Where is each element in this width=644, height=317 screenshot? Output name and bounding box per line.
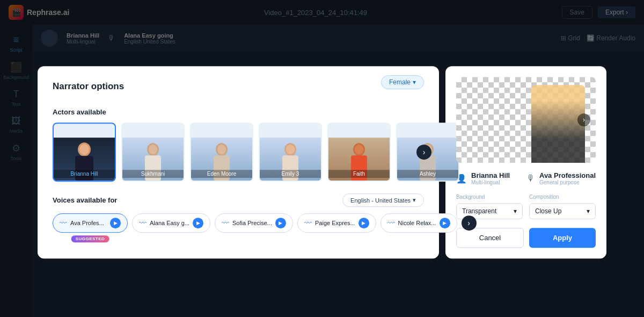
- voices-header: Voices available for English - United St…: [53, 193, 424, 207]
- actors-section-title: Actors available: [53, 108, 424, 116]
- waveform-icon-paige: 〰: [304, 219, 312, 227]
- voice-card-wrap-ava: 〰 Ava Profes... ▶ SUGGESTED: [53, 213, 128, 233]
- background-config-label: Background: [456, 194, 523, 200]
- svg-point-5: [149, 145, 157, 154]
- voices-row: 〰 Ava Profes... ▶ SUGGESTED 〰 Alana Easy…: [53, 213, 424, 233]
- voice-name-nicole: Nicole Relax...: [398, 220, 436, 226]
- actor-name-ashley: Ashley: [397, 170, 458, 178]
- actor-name-sukhmani: Sukhmani: [122, 170, 184, 178]
- chevron-down-bg: ▾: [514, 207, 517, 215]
- right-actor-sub: Multi-lingual: [471, 179, 510, 185]
- config-row: Background Transparent ▾ Composition Clo…: [456, 194, 596, 219]
- composition-config-field: Composition Close Up ▾: [529, 194, 596, 219]
- gender-filter-label: Female: [389, 78, 411, 86]
- voice-play-sofia[interactable]: ▶: [275, 218, 286, 228]
- lang-filter-label: English - United States: [350, 197, 411, 204]
- waveform-icon-nicole: 〰: [387, 219, 395, 227]
- voice-name-sofia: Sofia Precise...: [232, 220, 272, 226]
- apply-button[interactable]: Apply: [529, 228, 596, 248]
- actors-row: Brianna Hill Sukhmani: [53, 123, 424, 182]
- actor-name-faith: Faith: [328, 170, 390, 178]
- actor-card-faith[interactable]: Faith: [327, 123, 391, 182]
- voice-card-wrap-alana: 〰 Alana Easy g... ▶: [132, 213, 210, 233]
- background-select-value: Transparent: [462, 207, 496, 215]
- voice-card-sofia[interactable]: 〰 Sofia Precise... ▶: [215, 213, 293, 233]
- waveform-icon-ava: 〰: [60, 219, 67, 227]
- actor-name-emily: Emily 3: [260, 170, 321, 178]
- voice-card-wrap-paige: 〰 Paige Expres... ▶: [297, 213, 376, 233]
- voice-card-wrap-sofia: 〰 Sofia Precise... ▶: [215, 213, 293, 233]
- cancel-button[interactable]: Cancel: [456, 228, 524, 248]
- voice-name-alana: Alana Easy g...: [150, 220, 189, 226]
- voice-play-paige[interactable]: ▶: [358, 218, 369, 228]
- right-voice-sub: General purpose: [539, 179, 596, 185]
- mic-detail-icon: 🎙: [526, 174, 535, 183]
- composition-select[interactable]: Close Up ▾: [529, 203, 596, 219]
- actor-voice-info-row: 👤 Brianna Hill Multi-lingual 🎙 Ava Profe…: [456, 171, 596, 185]
- actor-card-sukhmani[interactable]: Sukhmani: [121, 123, 185, 182]
- voice-detail-right: 🎙 Ava Professional General purpose: [526, 171, 596, 185]
- voice-detail-text: Ava Professional General purpose: [539, 171, 596, 185]
- waveform-icon-sofia: 〰: [222, 219, 229, 227]
- voices-section-title: Voices available for: [53, 196, 117, 204]
- voice-card-nicole[interactable]: 〰 Nicole Relax... ▶: [380, 213, 457, 233]
- preview-next-button[interactable]: ›: [577, 113, 590, 126]
- actor-card-emily[interactable]: Emily 3: [259, 123, 322, 182]
- composition-select-value: Close Up: [535, 207, 561, 215]
- voice-name-paige: Paige Expres...: [315, 220, 355, 226]
- voice-card-wrap-nicole: 〰 Nicole Relax... ▶: [380, 213, 457, 233]
- right-actor-name: Brianna Hill: [471, 171, 510, 179]
- voice-play-ava[interactable]: ▶: [110, 218, 121, 228]
- svg-point-11: [286, 145, 295, 154]
- voice-name-ava: Ava Profes...: [70, 220, 107, 226]
- actor-card-eden[interactable]: Eden Moore: [190, 123, 253, 182]
- actor-preview-figure: [531, 85, 585, 163]
- actor-preview-image: ›: [456, 77, 596, 163]
- voice-card-alana[interactable]: 〰 Alana Easy g... ▶: [132, 213, 210, 233]
- right-voice-name: Ava Professional: [539, 171, 596, 179]
- chevron-down-icon-lang: ▾: [413, 197, 416, 204]
- actor-detail-left: 👤 Brianna Hill Multi-lingual: [456, 171, 510, 185]
- svg-point-2: [79, 144, 89, 155]
- voices-next-button[interactable]: ›: [462, 215, 477, 230]
- chevron-down-icon: ▾: [413, 78, 416, 86]
- language-filter-button[interactable]: English - United States ▾: [342, 193, 424, 207]
- suggested-badge: SUGGESTED: [71, 235, 109, 242]
- actor-card-brianna[interactable]: Brianna Hill: [53, 123, 116, 182]
- waveform-icon-alana: 〰: [139, 219, 147, 227]
- actor-name-eden: Eden Moore: [191, 170, 252, 178]
- modal-left-panel: Narrator options Female ▾ Actors availab…: [38, 66, 439, 258]
- modal-title: Narrator options: [53, 81, 124, 92]
- voice-play-alana[interactable]: ▶: [193, 218, 203, 228]
- composition-config-label: Composition: [529, 194, 596, 200]
- svg-point-8: [217, 145, 226, 154]
- modal-actions: Cancel Apply: [456, 228, 596, 248]
- actors-next-button[interactable]: ›: [416, 145, 431, 160]
- actor-name-brianna: Brianna Hill: [54, 170, 115, 178]
- voice-card-ava[interactable]: 〰 Ava Profes... ▶: [53, 213, 128, 233]
- voice-play-nicole[interactable]: ▶: [440, 218, 450, 228]
- chevron-down-comp: ▾: [587, 207, 590, 215]
- actor-detail-text: Brianna Hill Multi-lingual: [471, 171, 510, 185]
- narrator-options-modal: Narrator options Female ▾ Actors availab…: [38, 66, 606, 258]
- svg-point-14: [355, 145, 363, 154]
- gender-filter-button[interactable]: Female ▾: [381, 75, 424, 89]
- voice-card-paige[interactable]: 〰 Paige Expres... ▶: [297, 213, 376, 233]
